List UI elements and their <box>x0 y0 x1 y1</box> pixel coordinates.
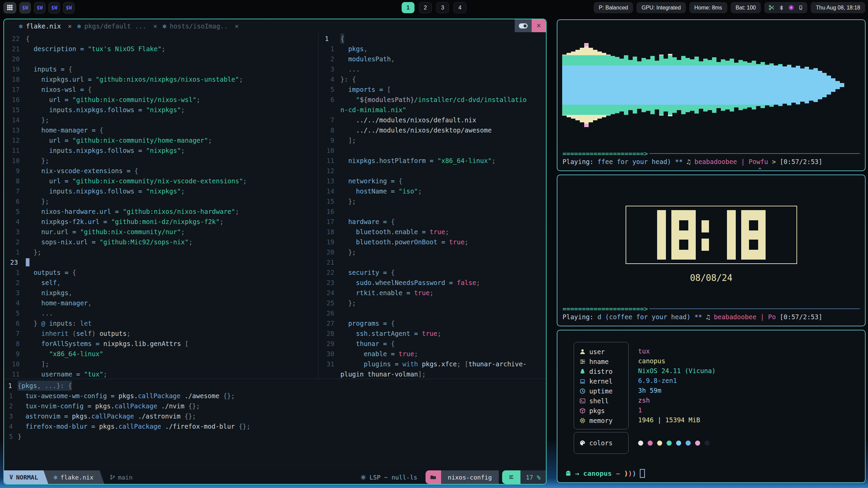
fetch-row: pkgs <box>579 406 628 415</box>
workspace-button[interactable]: $W <box>34 2 45 14</box>
line-number: 6 <box>4 318 26 328</box>
color-dot <box>705 441 710 446</box>
code-line: 24 rtkit.enable = true; <box>319 288 546 298</box>
line-number: 11 <box>4 369 26 379</box>
code-text: imports = [ <box>340 84 391 95</box>
workspace-button[interactable]: $W <box>48 2 60 14</box>
line-number: 7 <box>4 328 26 339</box>
tab-pkgs-default-[interactable]: ❄pkgs/default ...× <box>77 19 157 33</box>
line-number: 5 <box>4 206 26 217</box>
launcher-button[interactable] <box>3 2 16 14</box>
visualizer-bar <box>805 67 809 103</box>
visualizer-bar <box>672 57 677 113</box>
progress-track <box>649 308 860 309</box>
tag-1[interactable]: 1 <box>402 2 415 13</box>
code-line: 9 ]; <box>319 135 546 145</box>
visualizer-bar <box>664 59 668 111</box>
code-line: 9 "x86_64-linux" <box>4 349 318 359</box>
tab-close-icon[interactable]: × <box>153 22 157 30</box>
line-number: 21 <box>4 44 26 54</box>
code-text: inputs.nixpkgs.follows = "nixpkgs"; <box>26 105 185 115</box>
close-window-button[interactable]: × <box>532 19 546 32</box>
colors-label: colors <box>589 439 613 447</box>
recorder-icon <box>788 5 794 11</box>
line-number: 13 <box>319 176 340 186</box>
toggle-button[interactable] <box>515 19 532 32</box>
line-number: 2 <box>4 237 26 247</box>
visualizer-bar <box>571 52 575 119</box>
code-text: inherit (self) outputs; <box>26 328 131 339</box>
visualizer-bar <box>765 65 769 105</box>
kernel-icon <box>579 378 586 384</box>
shell-prompt[interactable]: → canopus ~ ))) <box>565 468 645 479</box>
gear-icon <box>360 474 366 480</box>
tab-close-icon[interactable]: × <box>68 22 72 30</box>
tag-4[interactable]: 4 <box>454 2 467 13</box>
code-line: 15 }; <box>319 196 546 206</box>
shell-icon <box>579 398 586 404</box>
visualizer-bar <box>813 68 818 102</box>
nix-snowflake-icon: ❄ <box>163 23 166 30</box>
now-playing: Playing: d (coffee for your head) ** ♫ b… <box>563 312 860 322</box>
code-text: inputs.nixpkgs.follows = "nixpkgs"; <box>26 145 185 156</box>
code-line: 1{ <box>319 34 546 44</box>
track-progress[interactable]: =====================> <box>563 149 860 158</box>
line-number: 2 <box>4 278 26 288</box>
code-text: {pkgs, ...}: { <box>18 381 72 391</box>
visualizer-bar <box>624 55 628 115</box>
fetch-label: shell <box>589 397 609 405</box>
code-text: nix-vscode-extensions = { <box>26 166 138 176</box>
pane-iso-image[interactable]: 1{1 pkgs,2 modulesPath,3 ...4}: {5 impor… <box>319 33 546 379</box>
code-text: tux-nvim-config = pkgs.callPackage ./nvi… <box>18 401 200 411</box>
track-progress[interactable]: =====================> <box>563 305 860 313</box>
line-number: 4 <box>4 298 26 308</box>
code-text: ../../modules/nixos/default.nix <box>340 115 476 125</box>
line-number: 10 <box>4 156 26 166</box>
workspace-button[interactable]: $W <box>63 2 75 14</box>
pane-flake-nix[interactable]: 22{21 description = "tux's NixOS Flake";… <box>4 33 318 379</box>
line-number: 19 <box>4 64 26 74</box>
scroll-percent: 17 % <box>520 470 546 484</box>
visualizer-bar <box>633 57 637 114</box>
code-line: 16 url = "github:nix-community/nixos-wsl… <box>4 95 318 105</box>
code-text: ... <box>26 308 53 318</box>
code-text: firefox-mod-blur = pkgs.callPackage ./fi… <box>18 421 250 431</box>
line-number: 10 <box>4 359 26 369</box>
code-text: ssh.startAgent = true; <box>340 328 441 339</box>
line-number: 3 <box>4 288 26 298</box>
clock-digit-8 <box>671 210 696 260</box>
visualizer-bar <box>747 63 752 107</box>
code-text: ... <box>340 64 360 74</box>
line-number: 9 <box>4 166 26 176</box>
editor-cursor <box>26 258 29 266</box>
code-text: self, <box>26 278 61 288</box>
music-visualizer-window: =====================> Playing: ffee for… <box>557 19 866 171</box>
code-line: 9 nix-vscode-extensions = { <box>4 166 318 176</box>
visualizer-bar <box>668 54 672 116</box>
tab-hosts-isoImag-[interactable]: ❄hosts/isoImag..× <box>163 19 239 33</box>
phone-icon <box>798 5 803 11</box>
code-text: url = "github:nix-community/nixos-wsl"; <box>26 95 200 105</box>
code-text: username = "tux"; <box>26 369 107 379</box>
visualizer-bar <box>752 61 756 109</box>
fetch-label: uptime <box>589 387 613 395</box>
tag-3[interactable]: 3 <box>436 2 449 13</box>
line-number: 1 <box>4 247 26 257</box>
line-number: 4 <box>4 217 26 227</box>
workspace-button[interactable]: $W <box>19 2 31 14</box>
tag-2[interactable]: 2 <box>419 2 432 13</box>
nix-snowflake-icon: ❄ <box>19 23 23 30</box>
toggle-icon <box>519 23 528 28</box>
pane-pkgs-default[interactable]: 1{pkgs, ...}: {1 tux-awesome-wm-config =… <box>4 379 546 470</box>
workspace-buttons: $W$W$W$W <box>19 2 75 14</box>
tab-flake-nix[interactable]: ❄flake.nix× <box>19 19 72 33</box>
code-text: hostName = "iso"; <box>340 186 422 196</box>
code-line: plugin thunar-volman]; <box>319 369 546 379</box>
code-line: 27 programs = { <box>319 318 546 328</box>
code-line: 1 pkgs, <box>319 44 546 54</box>
line-number: 16 <box>4 95 26 105</box>
visualizer-bar <box>619 59 624 111</box>
tab-close-icon[interactable]: × <box>235 22 239 30</box>
line-number: 17 <box>4 84 26 95</box>
line-number: 22 <box>319 267 340 278</box>
